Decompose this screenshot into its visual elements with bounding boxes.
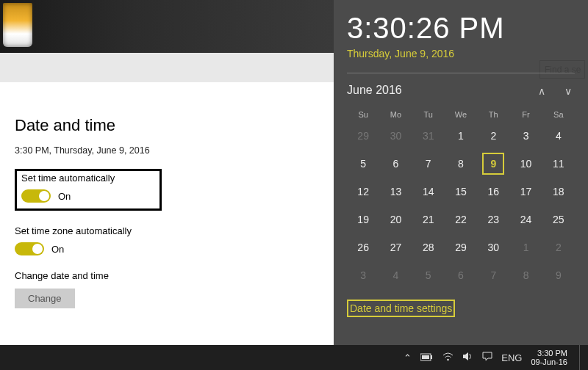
calendar-day[interactable]: 9 [542, 264, 575, 286]
dow-cell: We [445, 110, 477, 119]
svg-rect-1 [422, 355, 429, 359]
tray-battery-icon[interactable] [420, 352, 434, 363]
settings-panel: Date and time 3:30 PM, Thursday, June 9,… [0, 82, 334, 322]
calendar-day[interactable]: 15 [445, 181, 477, 203]
calendar-day[interactable]: 18 [542, 181, 575, 203]
dow-cell: Mo [379, 110, 412, 119]
set-time-auto-toggle[interactable] [21, 189, 51, 203]
dow-cell: Sa [542, 110, 575, 119]
calendar-day[interactable]: 2 [542, 236, 575, 258]
calendar-day[interactable]: 3 [347, 264, 379, 286]
calendar-day[interactable]: 8 [509, 264, 542, 286]
flyout-divider [347, 73, 575, 73]
flyout-date: Thursday, June 9, 2016 [347, 48, 575, 59]
tray-wifi-icon[interactable] [442, 352, 453, 363]
calendar-day[interactable]: 4 [542, 125, 575, 147]
calendar-day[interactable]: 7 [412, 153, 445, 175]
calendar-month-label[interactable]: June 2016 [347, 84, 402, 97]
calendar-day[interactable]: 13 [379, 181, 412, 203]
taskbar: ⌃ ENG 3:30 PM 09-Jun-16 [0, 345, 588, 370]
dow-cell: Tu [412, 110, 445, 119]
calendar-day[interactable]: 23 [477, 208, 509, 231]
set-zone-auto-toggle[interactable] [15, 242, 44, 255]
calendar-day[interactable]: 6 [445, 264, 477, 286]
calendar-day[interactable]: 29 [445, 236, 477, 258]
calendar-day[interactable]: 10 [509, 153, 542, 175]
change-datetime-label: Change date and time [15, 270, 319, 281]
tray-clock-date: 09-Jun-16 [531, 358, 567, 366]
calendar-day[interactable]: 12 [347, 181, 379, 203]
svg-point-3 [447, 358, 449, 360]
dow-cell: Th [477, 110, 509, 119]
date-time-settings-link[interactable]: Date and time settings [350, 302, 452, 314]
calendar-day[interactable]: 17 [509, 181, 542, 203]
calendar-day[interactable]: 1 [445, 125, 477, 147]
calendar-day[interactable]: 16 [477, 181, 509, 203]
calendar-day[interactable]: 26 [347, 236, 379, 258]
current-datetime: 3:30 PM, Thursday, June 9, 2016 [15, 145, 319, 156]
tray-action-center-icon[interactable] [482, 352, 492, 363]
calendar-day[interactable]: 8 [445, 153, 477, 175]
calendar-day[interactable]: 27 [379, 236, 412, 258]
calendar-day[interactable]: 7 [477, 264, 509, 286]
tray-language[interactable]: ENG [501, 352, 522, 363]
calendar-day[interactable]: 5 [412, 264, 445, 286]
calendar-day[interactable]: 25 [542, 208, 575, 231]
calendar-day[interactable]: 14 [412, 181, 445, 203]
clock-calendar-flyout: 3:30:26 PM Thursday, June 9, 2016 June 2… [334, 0, 588, 345]
dow-cell: Fr [509, 110, 542, 119]
svg-rect-2 [431, 355, 432, 359]
flyout-time: 3:30:26 PM [347, 12, 575, 45]
show-desktop-button[interactable] [579, 345, 584, 370]
calendar-dow-row: Su Mo Tu We Th Fr Sa [347, 110, 575, 119]
tray-volume-icon[interactable] [462, 352, 473, 363]
tray-chevron-up-icon[interactable]: ⌃ [404, 352, 412, 363]
calendar-prev-icon[interactable]: ∧ [538, 85, 548, 95]
calendar-day[interactable]: 22 [445, 208, 477, 231]
tray-clock-time: 3:30 PM [531, 349, 567, 358]
calendar-day[interactable]: 31 [412, 125, 445, 147]
calendar-day[interactable]: 5 [347, 153, 379, 175]
set-time-auto-state: On [58, 191, 71, 202]
set-zone-auto-label: Set time zone automatically [15, 225, 319, 236]
set-zone-auto-state: On [51, 244, 64, 255]
calendar-day[interactable]: 29 [347, 125, 379, 147]
calendar-grid: 2930311234567891011121314151617181920212… [347, 125, 575, 286]
calendar-day[interactable]: 9 [482, 153, 504, 175]
calendar-day[interactable]: 30 [379, 125, 412, 147]
calendar-day[interactable]: 24 [509, 208, 542, 231]
set-time-auto-label: Set time automatically [21, 173, 155, 184]
glass-graphic [3, 3, 32, 47]
tray-clock[interactable]: 3:30 PM 09-Jun-16 [531, 349, 567, 366]
change-button[interactable]: Change [15, 289, 75, 308]
calendar-day[interactable]: 3 [509, 125, 542, 147]
calendar-day[interactable]: 19 [347, 208, 379, 231]
calendar-day[interactable]: 11 [542, 153, 575, 175]
calendar-day[interactable]: 4 [379, 264, 412, 286]
calendar-day[interactable]: 20 [379, 208, 412, 231]
calendar-day[interactable]: 2 [477, 125, 509, 147]
calendar-day[interactable]: 21 [412, 208, 445, 231]
calendar-day[interactable]: 6 [379, 153, 412, 175]
highlight-dt-settings-link: Date and time settings [347, 300, 455, 317]
calendar-day[interactable]: 1 [509, 236, 542, 258]
settings-header-bar [0, 53, 334, 82]
calendar-next-icon[interactable]: ∨ [564, 85, 575, 95]
page-title: Date and time [15, 116, 319, 135]
calendar-day[interactable]: 28 [412, 236, 445, 258]
dow-cell: Su [347, 110, 379, 119]
desktop-backdrop [0, 0, 334, 53]
calendar-day[interactable]: 30 [477, 236, 509, 258]
highlight-set-time-auto: Set time automatically On [15, 169, 162, 211]
